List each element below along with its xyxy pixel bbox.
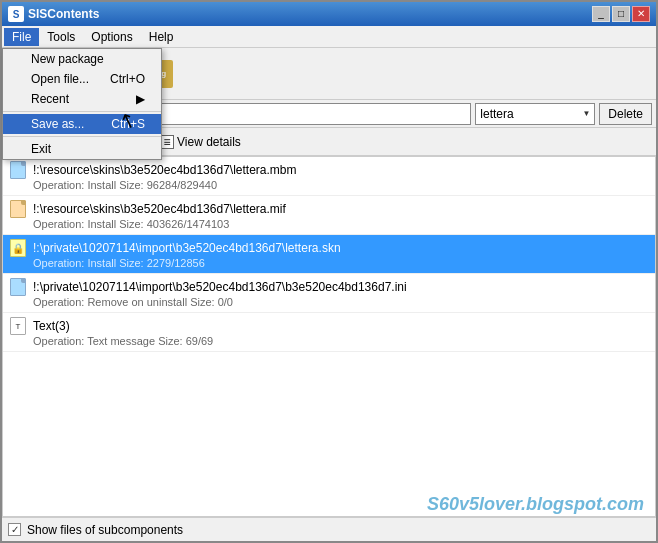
menu-open-file[interactable]: Open file... Ctrl+O [3, 69, 161, 89]
exit-label: Exit [31, 142, 51, 156]
title-bar-controls: _ □ ✕ [592, 6, 650, 22]
menu-exit[interactable]: Exit [3, 139, 161, 159]
menu-help[interactable]: Help [141, 28, 182, 46]
file-name: !:\private\10207114\import\b3e520ec4bd13… [33, 280, 407, 294]
view-icon: ≡ [160, 135, 174, 149]
combo-box[interactable]: lettera ▼ [475, 103, 595, 125]
status-bar: Show files of subcomponents [2, 517, 656, 541]
menu-recent[interactable]: Recent ▶ [3, 89, 161, 109]
title-bar: S SISContents _ □ ✕ [2, 2, 656, 26]
view-details-label: View details [177, 135, 241, 149]
maximize-button[interactable]: □ [612, 6, 630, 22]
new-package-label: New package [31, 52, 104, 66]
list-item[interactable]: !:\private\10207114\import\b3e520ec4bd13… [3, 274, 655, 313]
subcomponents-checkbox[interactable] [8, 523, 21, 536]
list-item[interactable]: !:\resource\skins\b3e520ec4bd136d7\lette… [3, 196, 655, 235]
file-row-main: !:\resource\skins\b3e520ec4bd136d7\lette… [9, 161, 649, 179]
file-dropdown: New package Open file... Ctrl+O Recent ▶… [2, 48, 162, 160]
file-details: Operation: Install Size: 403626/1474103 [9, 218, 649, 230]
file-icon [9, 200, 27, 218]
file-list: !:\resource\skins\b3e520ec4bd136d7\lette… [2, 156, 656, 517]
file-icon-text: T [10, 317, 26, 335]
menu-options[interactable]: Options [83, 28, 140, 46]
view-details-button[interactable]: ≡ View details [154, 133, 247, 151]
file-row-main: T Text(3) [9, 317, 649, 335]
file-icon-img [10, 161, 26, 179]
file-icon-lock [10, 239, 26, 257]
window-title: SISContents [28, 7, 99, 21]
file-name: !:\private\10207114\import\b3e520ec4bd13… [33, 241, 341, 255]
open-file-shortcut: Ctrl+O [94, 72, 145, 86]
menu-tools[interactable]: Tools [39, 28, 83, 46]
main-window: S SISContents _ □ ✕ File Tools Options H… [0, 0, 658, 543]
app-icon: S [8, 6, 24, 22]
file-name: Text(3) [33, 319, 70, 333]
minimize-button[interactable]: _ [592, 6, 610, 22]
file-name: !:\resource\skins\b3e520ec4bd136d7\lette… [33, 163, 297, 177]
file-row-main: !:\resource\skins\b3e520ec4bd136d7\lette… [9, 200, 649, 218]
menu-file[interactable]: File [4, 28, 39, 46]
menu-bar: File Tools Options Help New package Open… [2, 26, 656, 48]
menu-save-as[interactable]: Save as... Ctrl+S [3, 114, 161, 134]
open-file-label: Open file... [31, 72, 89, 86]
file-icon [9, 278, 27, 296]
status-label: Show files of subcomponents [27, 523, 183, 537]
file-details: Operation: Text message Size: 69/69 [9, 335, 649, 347]
file-icon-img [10, 278, 26, 296]
combo-value: lettera [480, 107, 513, 121]
file-details: Operation: Install Size: 2279/12856 [9, 257, 649, 269]
save-as-label: Save as... [31, 117, 84, 131]
file-icon [9, 161, 27, 179]
list-item[interactable]: !:\resource\skins\b3e520ec4bd136d7\lette… [3, 157, 655, 196]
list-item[interactable]: !:\private\10207114\import\b3e520ec4bd13… [3, 235, 655, 274]
file-row-main: !:\private\10207114\import\b3e520ec4bd13… [9, 239, 649, 257]
close-button[interactable]: ✕ [632, 6, 650, 22]
separator-2 [3, 136, 161, 137]
menu-new-package[interactable]: New package [3, 49, 161, 69]
file-icon: T [9, 317, 27, 335]
file-details: Operation: Install Size: 96284/829440 [9, 179, 649, 191]
file-icon-img2 [10, 200, 26, 218]
save-as-shortcut: Ctrl+S [95, 117, 145, 131]
recent-arrow: ▶ [120, 92, 145, 106]
delete-button[interactable]: Delete [599, 103, 652, 125]
file-name: !:\resource\skins\b3e520ec4bd136d7\lette… [33, 202, 286, 216]
recent-label: Recent [31, 92, 69, 106]
title-bar-left: S SISContents [8, 6, 99, 22]
list-item[interactable]: T Text(3) Operation: Text message Size: … [3, 313, 655, 352]
combo-arrow-icon: ▼ [582, 109, 590, 118]
file-icon [9, 239, 27, 257]
separator-1 [3, 111, 161, 112]
file-details: Operation: Remove on uninstall Size: 0/0 [9, 296, 649, 308]
file-row-main: !:\private\10207114\import\b3e520ec4bd13… [9, 278, 649, 296]
